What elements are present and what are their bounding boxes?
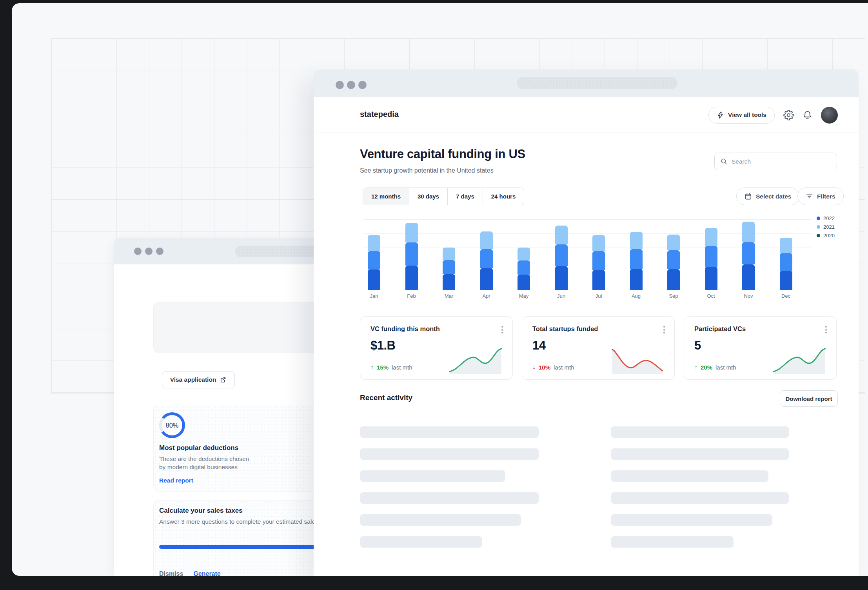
window-control-dot[interactable] [358,81,367,89]
bar-segment-2022 [780,271,792,290]
sales-tax-title: Calculate your sales taxes [159,507,243,515]
bar-may[interactable]: May [518,219,530,290]
progress-ring-label: 80% [159,412,185,438]
window-control-dot[interactable] [347,81,355,89]
bar-segment-2022 [368,270,380,290]
legend-label: 2022 [823,215,835,221]
sparkline-down-red [609,343,666,374]
delta-percent: 15% [377,364,389,371]
back-browser-window: Visa application 80% Most popular deduct… [114,238,314,576]
filters-label: Filters [817,193,835,200]
search-box[interactable] [714,153,837,170]
activity-placeholder-row [360,536,482,548]
back-window-chrome [114,238,314,264]
legend-item-2022[interactable]: 2022 [817,215,835,221]
screen-bottom-bezel [0,576,868,590]
bar-dec[interactable]: Dec [780,219,792,290]
user-avatar[interactable] [821,107,838,124]
view-all-tools-button[interactable]: View all tools [708,107,775,124]
bar-mar[interactable]: Mar [443,219,455,290]
tab-7-days[interactable]: 7 days [447,188,483,205]
dismiss-link[interactable]: Dismiss [159,570,183,576]
desktop-surface: Visa application 80% Most popular deduct… [12,3,868,576]
delta-up-arrow-icon: ↑ [370,364,374,371]
stat-card-title: Participated VCs [694,325,746,333]
activity-placeholder-row [611,492,789,504]
legend-item-2021[interactable]: 2021 [817,224,835,230]
download-report-button[interactable]: Download report [780,390,838,407]
x-axis-label: May [512,293,536,299]
bar-segment-2022 [443,274,455,290]
bar-jun[interactable]: Jun [555,219,568,290]
brand-logo: statepedia [360,110,399,119]
x-axis-label: Mar [437,293,461,299]
desktop-stage: Visa application 80% Most popular deduct… [0,0,868,590]
bar-segment-2020 [405,223,418,242]
delta-period: last mth [392,364,412,371]
filters-button[interactable]: Filters [797,188,844,205]
delta-period: last mth [554,364,574,371]
read-report-link[interactable]: Read report [159,477,193,484]
generate-link[interactable]: Generate [193,570,220,576]
settings-gear-icon[interactable] [783,110,794,120]
window-control-dot[interactable] [134,248,142,255]
bar-jan[interactable]: Jan [368,219,380,290]
page-subtitle: See startup growth potential in the Unit… [360,167,494,174]
select-dates-button[interactable]: Select dates [736,188,799,205]
delta-percent: 20% [701,364,712,371]
bar-segment-2021 [592,251,605,270]
tab-30-days[interactable]: 30 days [409,188,447,205]
bar-aug[interactable]: Aug [630,219,643,290]
filter-icon [806,193,813,200]
funding-chart: JanFebMarAprMayJunJulAugSepOctNovDec [364,219,811,290]
activity-placeholder-row [611,426,789,438]
notifications-bell-icon[interactable] [803,110,812,120]
bar-apr[interactable]: Apr [480,219,493,290]
recent-activity-heading: Recent activity [360,393,412,402]
visa-application-button[interactable]: Visa application [162,371,235,388]
activity-placeholder-row [360,426,539,438]
sparkline-up-green [447,343,504,374]
x-axis-label: Jul [587,293,610,299]
url-bar[interactable] [235,246,325,257]
stat-card-startups-funded: Total startups funded 14 ↓ 10% last mth [522,316,675,380]
window-control-dot[interactable] [156,248,163,255]
bar-feb[interactable]: Feb [405,219,418,290]
deductions-title: Most popular deductions [159,444,238,452]
bar-sep[interactable]: Sep [667,219,680,290]
tab-12-months[interactable]: 12 months [363,188,409,205]
legend-dot [817,225,820,229]
kebab-menu-icon[interactable] [500,324,505,335]
x-axis-label: Apr [475,293,498,299]
kebab-menu-icon[interactable] [662,324,666,335]
bar-segment-2020 [780,238,792,253]
search-input[interactable] [732,158,831,165]
window-control-dot[interactable] [336,81,344,89]
window-control-dot[interactable] [145,248,153,255]
window-controls[interactable] [336,81,367,89]
url-bar[interactable] [517,77,677,89]
delta-percent: 10% [539,364,550,371]
kebab-menu-icon[interactable] [824,324,828,335]
bar-segment-2020 [705,228,717,246]
bar-segment-2020 [630,232,643,249]
delta-period: last mth [715,364,736,371]
front-window-chrome [314,69,859,97]
bar-oct[interactable]: Oct [705,219,717,290]
visa-application-label: Visa application [170,376,216,383]
bar-segment-2022 [630,269,643,290]
bar-segment-2022 [480,268,493,290]
x-axis-label: Dec [774,293,798,299]
x-axis-label: Nov [737,293,760,299]
stat-card-title: VC funding this month [370,325,440,333]
view-all-tools-label: View all tools [728,111,766,118]
x-axis-label: Jan [362,293,386,299]
bar-nov[interactable]: Nov [742,219,755,290]
progress-ring: 80% [159,412,185,438]
bar-jul[interactable]: Jul [592,219,605,290]
legend-item-2020[interactable]: 2020 [817,233,835,239]
tab-24-hours[interactable]: 24 hours [483,188,524,205]
bar-segment-2020 [742,222,755,242]
search-icon [720,158,728,165]
window-controls[interactable] [134,248,163,255]
